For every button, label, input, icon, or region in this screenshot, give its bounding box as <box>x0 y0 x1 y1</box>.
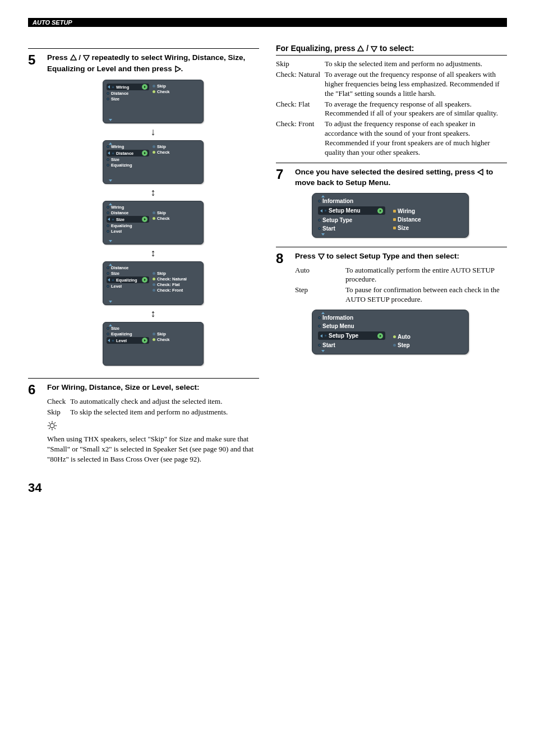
menu-item-label: Setup Menu <box>322 323 354 329</box>
down-icon <box>318 253 325 260</box>
text-fragment: Press <box>295 252 318 260</box>
menu-item-label: Information <box>322 198 353 204</box>
note-text: When using THX speakers, select "Skip" f… <box>47 434 259 464</box>
step-number: 6 <box>28 382 41 464</box>
menu-item-label: Distance <box>111 265 128 270</box>
svg-line-6 <box>54 428 56 429</box>
step-number: 8 <box>276 251 289 359</box>
definition-list: AutoTo automatically perform the entire … <box>295 265 507 306</box>
option-label: Skip <box>157 271 166 276</box>
option-label: Check <box>157 89 170 94</box>
option-label: Check: Front <box>157 288 183 293</box>
def-key: Check: Natural <box>276 70 325 99</box>
menu-item-label: Equalizing <box>111 331 132 336</box>
menu-item-label: Setup Menu <box>329 208 361 214</box>
def-value: To average out the frequency response of… <box>325 70 507 99</box>
option-label: Check: Flat <box>157 282 179 287</box>
def-key: Skip <box>47 407 70 418</box>
menu-item-label: Information <box>322 315 353 321</box>
step-title: Press / repeatedly to select Wiring, Dis… <box>47 52 259 74</box>
step-number: 7 <box>276 167 289 242</box>
step-6: 6 For Wiring, Distance, Size or Level, s… <box>28 378 259 464</box>
menu-item-label: Setup Type <box>322 217 352 223</box>
menu-item-label: Distance <box>111 91 128 96</box>
menu-screenshot: Wiring Distance Size Equalizing Level Sk… <box>103 201 204 245</box>
option-label: Skip <box>157 144 166 149</box>
option-label: Check <box>157 337 170 342</box>
text-fragment: to select Setup Type and then select: <box>325 252 460 260</box>
columns: 5 Press / repeatedly to select Wiring, D… <box>28 44 507 464</box>
def-key: Auto <box>295 265 345 285</box>
menu-item-label: Start <box>322 225 335 232</box>
option-label: Wiring <box>398 208 415 214</box>
menu-item-label: Wiring <box>111 205 124 210</box>
def-key: Check: Flat <box>276 99 325 119</box>
def-key: Step <box>295 285 345 305</box>
down-arrow-icon: ↓ <box>151 127 156 137</box>
menu-screenshot: Wiring Distance Size Skip Check <box>103 80 204 123</box>
section-header: AUTO SETUP <box>28 18 507 27</box>
option-label: Skip <box>157 331 166 336</box>
def-value: To adjust the frequency response of each… <box>325 119 507 158</box>
option-label: Distance <box>398 216 421 223</box>
text-fragment: Once you have selected the desired setti… <box>295 168 477 176</box>
definition-list: CheckTo automatically check and adjust t… <box>47 397 228 418</box>
option-label: Size <box>398 225 409 231</box>
menu-screenshot: Information Setup Menu Setup Type Start … <box>312 310 469 354</box>
menu-item-label: Size <box>116 217 124 222</box>
menu-item-label: Level <box>116 338 127 343</box>
text-fragment: Press <box>47 53 70 62</box>
menu-item-label: Setup Type <box>329 333 358 339</box>
menu-item-label: Start <box>322 342 335 348</box>
def-value: To skip the selected item and perform no… <box>70 407 228 418</box>
option-label: Auto <box>398 334 411 340</box>
menu-item-label: Level <box>111 284 122 289</box>
left-column: 5 Press / repeatedly to select Wiring, D… <box>28 44 259 464</box>
text-fragment: / <box>364 44 371 53</box>
up-icon <box>357 45 364 52</box>
down-icon <box>371 45 377 52</box>
step-5: 5 Press / repeatedly to select Wiring, D… <box>28 48 259 374</box>
menu-item-label: Level <box>111 229 122 234</box>
def-value: To automatically check and adjust the se… <box>70 397 228 407</box>
step-title: Once you have selected the desired setti… <box>295 167 507 188</box>
up-icon <box>70 54 77 61</box>
updown-arrow-icon: ↕ <box>151 187 156 197</box>
menu-item-label: Wiring <box>111 144 124 149</box>
option-label: Skip <box>157 84 166 89</box>
menu-item-label: Size <box>111 271 119 276</box>
left-icon <box>477 169 484 176</box>
def-value: To average the frequency response of all… <box>325 99 507 119</box>
menu-item-label: Size <box>111 157 119 162</box>
menu-item-label: Wiring <box>116 85 129 90</box>
text-fragment: For Equalizing, press <box>276 44 357 53</box>
def-value: To skip the selected item and perform no… <box>325 59 507 70</box>
def-key: Check: Front <box>276 119 325 158</box>
def-value: To pause for confirmation between each c… <box>345 285 507 305</box>
option-label: Check <box>157 216 170 221</box>
def-key: Skip <box>276 59 325 70</box>
svg-point-0 <box>50 424 54 428</box>
tip-icon <box>47 421 259 433</box>
text-fragment: . <box>181 64 183 73</box>
step-title: Press to select Setup Type and then sele… <box>295 251 507 262</box>
svg-line-5 <box>49 422 50 423</box>
option-label: Check: Natural <box>157 276 187 282</box>
right-icon <box>174 66 181 72</box>
def-value: To automatically perform the entire AUTO… <box>345 265 507 285</box>
text-fragment: to select: <box>377 44 414 53</box>
menu-screenshot: Distance Size Equalizing Level Skip Chec… <box>103 261 204 305</box>
menu-item-label: Size <box>111 326 119 331</box>
menu-item-label: Equalizing <box>111 163 132 168</box>
svg-line-7 <box>49 428 50 429</box>
definition-list: SkipTo skip the selected item and perfor… <box>276 59 507 158</box>
subheading: For Equalizing, press / to select: <box>276 44 507 56</box>
menu-item-label: Distance <box>111 210 128 215</box>
page-number: 34 <box>28 481 507 495</box>
option-label: Step <box>398 342 410 348</box>
menu-screenshot: Wiring Distance Size Equalizing Skip Che… <box>103 140 204 184</box>
updown-arrow-icon: ↕ <box>151 308 156 319</box>
def-key: Check <box>47 397 70 407</box>
menu-item-label: Distance <box>116 151 133 156</box>
step-8: 8 Press to select Setup Type and then se… <box>276 247 507 359</box>
